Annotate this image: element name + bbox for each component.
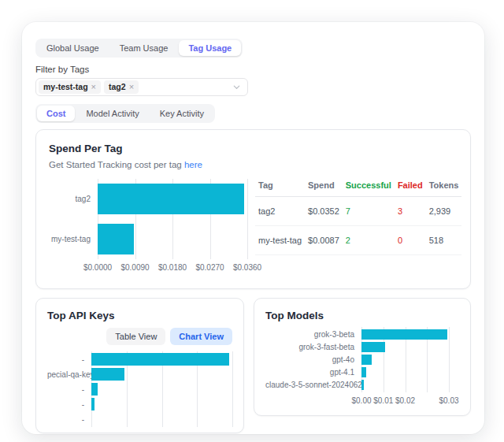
chart-row: claude-3-5-sonnet-20240620	[265, 380, 459, 390]
bar	[361, 342, 385, 352]
cell-spend: $0.0352	[305, 197, 343, 226]
table-row: my-test-tag $0.0087 2 0 518	[255, 226, 461, 255]
tab-team-usage[interactable]: Team Usage	[110, 40, 178, 56]
spend-card-subtitle: Get Started Tracking cost per tag here	[49, 160, 458, 169]
chart-row: pecial-qa-key	[47, 368, 232, 381]
axis-tick-label: $0.03	[439, 396, 458, 405]
top-api-keys-card: Top API Keys Table View Chart View -peci…	[35, 298, 244, 433]
bar	[91, 383, 98, 396]
x-axis-labels: $0.0000$0.0090$0.0180$0.0270$0.0360	[98, 263, 247, 273]
axis-tick-label: $0.02	[395, 396, 415, 405]
cell-failed: 0	[395, 226, 426, 255]
view-toggle: Table View Chart View	[47, 328, 232, 345]
bar	[361, 355, 372, 365]
category-label: -	[47, 385, 91, 394]
filter-by-tags-label: Filter by Tags	[35, 65, 471, 74]
table-view-button[interactable]: Table View	[106, 328, 165, 345]
cell-failed: 3	[395, 197, 426, 226]
col-header-failed: Failed	[395, 174, 426, 197]
col-header-spend: Spend	[305, 174, 343, 197]
tag-chip-label: tag2	[109, 82, 126, 92]
bar	[91, 398, 94, 410]
category-label: tag2	[49, 195, 98, 203]
tag-spend-table: Tag Spend Successful Failed Tokens tag2 …	[255, 174, 461, 255]
chart-row: -	[47, 398, 232, 410]
category-label: pecial-qa-key	[47, 370, 91, 379]
bar	[91, 353, 229, 366]
axis-tick-label: $0.00	[351, 396, 371, 405]
chart-row: -	[47, 413, 232, 425]
cell-spend: $0.0087	[305, 226, 343, 255]
chart-row: gpt-4o	[265, 355, 459, 365]
category-label: grok-3-beta	[265, 330, 361, 339]
axis-tick-label: $0.0000	[83, 263, 112, 272]
category-label: gpt-4.1	[265, 368, 361, 377]
cell-successful: 7	[343, 197, 395, 226]
dashboard-panel: Global Usage Team Usage Tag Usage Filter…	[22, 22, 484, 434]
chart-view-button[interactable]: Chart View	[170, 328, 232, 345]
cell-tokens: 2,939	[426, 197, 462, 226]
cell-tag: tag2	[255, 197, 305, 226]
bar	[361, 380, 364, 390]
get-started-link[interactable]: here	[184, 160, 202, 169]
tab-key-activity[interactable]: Key Activity	[150, 106, 213, 121]
axis-tick-label: $0.0180	[158, 263, 187, 272]
cell-tag: my-test-tag	[255, 226, 305, 255]
tab-model-activity[interactable]: Model Activity	[76, 106, 148, 121]
bar	[361, 367, 366, 377]
table-header-row: Tag Spend Successful Failed Tokens	[255, 174, 461, 197]
spend-per-tag-chart: tag2my-test-tag$0.0000$0.0090$0.0180$0.0…	[49, 179, 247, 273]
top-models-chart: grok-3-betagrok-3-fast-betagpt-4ogpt-4.1…	[265, 327, 459, 407]
models-card-title: Top Models	[265, 310, 459, 321]
x-axis-labels: $0.00$0.01$0.02$0.03	[361, 396, 449, 407]
chevron-down-icon[interactable]	[232, 83, 241, 91]
api-keys-card-title: Top API Keys	[47, 310, 232, 321]
tag-chip-label: my-test-tag	[43, 82, 88, 92]
tab-cost[interactable]: Cost	[37, 106, 75, 121]
category-label: -	[47, 415, 91, 424]
chart-row: tag2	[49, 184, 247, 214]
category-label: claude-3-5-sonnet-20240620	[265, 381, 361, 389]
cost-tab-bar: Cost Model Activity Key Activity	[35, 104, 215, 123]
bottom-cards-row: Top API Keys Table View Chart View -peci…	[35, 298, 471, 433]
cell-successful: 2	[343, 226, 395, 255]
category-label: grok-3-fast-beta	[265, 343, 361, 351]
cell-tokens: 518	[426, 226, 462, 255]
tag-chip: my-test-tag ×	[39, 80, 101, 94]
col-header-tokens: Tokens	[426, 174, 462, 197]
chart-row: -	[47, 383, 232, 396]
axis-tick-label: $0.0360	[233, 263, 261, 272]
subtitle-text: Get Started Tracking cost per tag	[49, 160, 184, 169]
spend-card-title: Spend Per Tag	[49, 143, 458, 154]
axis-tick-label: $0.0090	[120, 263, 149, 272]
chart-row: my-test-tag	[49, 224, 247, 254]
tab-global-usage[interactable]: Global Usage	[37, 40, 109, 56]
chart-row: grok-3-fast-beta	[265, 342, 459, 352]
usage-tab-bar: Global Usage Team Usage Tag Usage	[35, 39, 243, 58]
category-label: my-test-tag	[49, 235, 98, 243]
category-label: -	[47, 400, 91, 409]
tag-filter-select[interactable]: my-test-tag × tag2 ×	[35, 78, 248, 96]
remove-tag-icon[interactable]: ×	[91, 82, 96, 92]
table-row: tag2 $0.0352 7 3 2,939	[255, 197, 461, 226]
chart-row: gpt-4.1	[265, 367, 459, 377]
col-header-successful: Successful	[343, 174, 395, 197]
top-api-keys-chart: -pecial-qa-key---	[47, 351, 232, 427]
category-label: -	[47, 355, 91, 364]
axis-tick-label: $0.0270	[195, 263, 224, 272]
chart-row: -	[47, 353, 232, 366]
bar	[98, 184, 244, 214]
bar	[98, 224, 134, 254]
spend-per-tag-card: Spend Per Tag Get Started Tracking cost …	[35, 129, 471, 289]
bar	[91, 368, 124, 381]
top-models-card: Top Models grok-3-betagrok-3-fast-betagp…	[254, 298, 471, 416]
axis-tick-label: $0.01	[373, 396, 393, 405]
tag-chip: tag2 ×	[104, 80, 139, 94]
tab-tag-usage[interactable]: Tag Usage	[179, 40, 241, 56]
chart-row: grok-3-beta	[265, 329, 459, 340]
col-header-tag: Tag	[255, 174, 305, 197]
category-label: gpt-4o	[265, 355, 361, 364]
bar	[361, 329, 447, 340]
remove-tag-icon[interactable]: ×	[129, 82, 134, 92]
